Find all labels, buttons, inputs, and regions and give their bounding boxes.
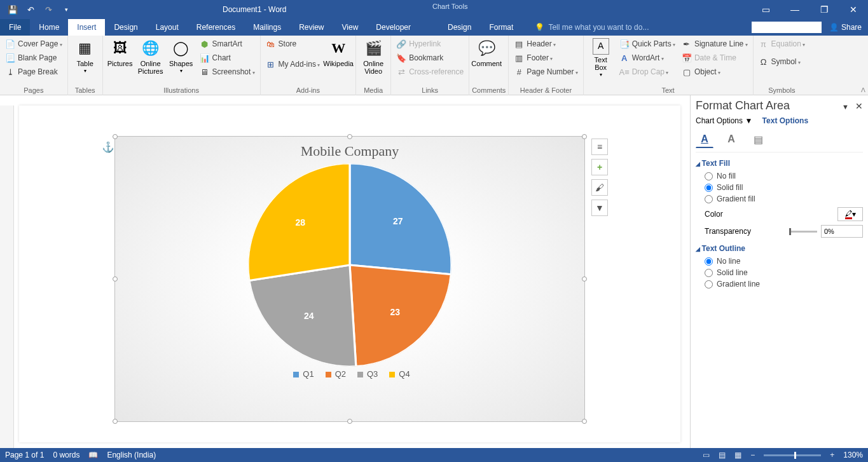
tab-insert[interactable]: Insert bbox=[68, 19, 105, 36]
tab-design[interactable]: Design bbox=[105, 19, 146, 36]
save-icon[interactable]: 💾 bbox=[5, 2, 20, 17]
symbol-button[interactable]: ΩSymbol bbox=[756, 55, 808, 69]
layout-options-button[interactable]: ≡ bbox=[591, 139, 608, 155]
pane-dropdown-icon[interactable]: ▼ bbox=[842, 103, 849, 111]
pie-chart[interactable]: 27232428 bbox=[248, 163, 451, 367]
text-fill-section[interactable]: Text Fill bbox=[696, 159, 863, 168]
table-button[interactable]: ▦Table▾ bbox=[71, 37, 100, 74]
zoom-in-button[interactable]: + bbox=[830, 451, 834, 459]
chart-filters-button[interactable]: ▼ bbox=[591, 200, 608, 216]
search-box[interactable] bbox=[752, 22, 822, 33]
zoom-level[interactable]: 130% bbox=[843, 451, 863, 459]
chart-area[interactable]: Mobile Company 27232428 Q1Q2Q3Q4 bbox=[114, 136, 585, 422]
tab-chart-format[interactable]: Format bbox=[480, 19, 522, 36]
my-addins-button[interactable]: ⊞My Add-ins bbox=[263, 57, 323, 71]
chart-elements-button[interactable]: + bbox=[591, 159, 608, 175]
tab-view[interactable]: View bbox=[333, 19, 368, 36]
hyperlink-button[interactable]: 🔗Hyperlink bbox=[394, 37, 466, 51]
tab-home[interactable]: Home bbox=[30, 19, 68, 36]
language-indicator[interactable]: English (India) bbox=[107, 451, 156, 459]
pictures-button[interactable]: 🖼Pictures bbox=[106, 37, 135, 79]
online-video-button[interactable]: 🎬Online Video bbox=[359, 37, 388, 75]
page-indicator[interactable]: Page 1 of 1 bbox=[5, 451, 44, 459]
chart-styles-button[interactable]: 🖌 bbox=[591, 179, 608, 196]
dropcap-button[interactable]: A≡Drop Cap bbox=[617, 65, 678, 79]
resize-handle[interactable] bbox=[113, 276, 118, 282]
solid-line-radio[interactable]: Solid line bbox=[705, 268, 863, 277]
tab-mailings[interactable]: Mailings bbox=[244, 19, 290, 36]
word-count[interactable]: 0 words bbox=[53, 451, 79, 459]
store-button[interactable]: 🛍Store bbox=[263, 37, 323, 51]
cross-reference-button[interactable]: ⇄Cross-reference bbox=[394, 65, 466, 79]
document-area[interactable]: ⚓ Mobile Company 27232428 Q1Q2Q3Q4 bbox=[14, 95, 690, 448]
tab-developer[interactable]: Developer bbox=[367, 19, 420, 36]
chart-button[interactable]: 📊Chart bbox=[197, 51, 258, 65]
legend-item[interactable]: Q1 bbox=[289, 369, 313, 379]
bookmark-button[interactable]: 🔖Bookmark bbox=[394, 51, 466, 65]
resize-handle[interactable] bbox=[582, 134, 587, 139]
equation-button[interactable]: πEquation bbox=[756, 37, 808, 51]
blank-page-button[interactable]: 📃Blank Page bbox=[3, 51, 65, 65]
read-mode-icon[interactable]: ▭ bbox=[703, 451, 710, 459]
page-break-button[interactable]: ⤓Page Break bbox=[3, 65, 65, 79]
qat-more-icon[interactable]: ▾ bbox=[59, 2, 74, 17]
quickparts-button[interactable]: 📑Quick Parts bbox=[617, 37, 678, 51]
transparency-input[interactable] bbox=[821, 225, 863, 238]
resize-handle[interactable] bbox=[582, 419, 587, 424]
textbox-button[interactable]: AText Box▾ bbox=[586, 37, 616, 79]
page-number-button[interactable]: #Page Number bbox=[511, 65, 580, 79]
tab-chart-design[interactable]: Design bbox=[439, 19, 480, 36]
legend-item[interactable]: Q3 bbox=[354, 369, 378, 379]
wordart-button[interactable]: AWordArt bbox=[617, 51, 678, 65]
restore-icon[interactable]: ❐ bbox=[809, 0, 839, 19]
smartart-button[interactable]: ⬢SmartArt bbox=[197, 37, 258, 51]
footer-button[interactable]: ▥Footer bbox=[511, 51, 580, 65]
no-fill-radio[interactable]: No fill bbox=[705, 172, 863, 180]
tell-me[interactable]: 💡Tell me what you want to do... bbox=[535, 19, 649, 36]
no-line-radio[interactable]: No line bbox=[705, 257, 863, 266]
tab-references[interactable]: References bbox=[188, 19, 244, 36]
anchor-icon[interactable]: ⚓ bbox=[102, 141, 114, 153]
ribbon-options-icon[interactable]: ▭ bbox=[751, 0, 780, 19]
datetime-button[interactable]: 📅Date & Time bbox=[679, 51, 750, 65]
chart-options-tab[interactable]: Chart Options ▼ bbox=[696, 116, 752, 125]
screenshot-button[interactable]: 🖥Screenshot bbox=[197, 65, 258, 79]
shapes-button[interactable]: ◯Shapes▾ bbox=[167, 37, 196, 79]
header-button[interactable]: ▤Header bbox=[511, 37, 580, 51]
wikipedia-button[interactable]: WWikipedia bbox=[324, 37, 353, 71]
close-icon[interactable]: ✕ bbox=[839, 0, 868, 19]
legend-item[interactable]: Q2 bbox=[322, 369, 346, 379]
text-outline-section[interactable]: Text Outline bbox=[696, 244, 863, 253]
cover-page-button[interactable]: 📄Cover Page bbox=[3, 37, 65, 51]
solid-fill-radio[interactable]: Solid fill bbox=[705, 183, 863, 192]
gradient-line-radio[interactable]: Gradient line bbox=[705, 280, 863, 289]
chart-title[interactable]: Mobile Company bbox=[115, 137, 584, 160]
redo-icon[interactable]: ↷ bbox=[41, 2, 56, 17]
resize-handle[interactable] bbox=[582, 276, 587, 282]
spellcheck-icon[interactable]: 📖 bbox=[88, 451, 98, 459]
print-layout-icon[interactable]: ▤ bbox=[719, 451, 726, 459]
text-options-tab[interactable]: Text Options bbox=[762, 116, 808, 125]
tab-layout[interactable]: Layout bbox=[147, 19, 188, 36]
textbox-props-icon[interactable]: ▤ bbox=[749, 130, 767, 148]
comment-button[interactable]: 💬Comment bbox=[472, 37, 501, 67]
legend-item[interactable]: Q4 bbox=[385, 369, 410, 379]
zoom-slider[interactable] bbox=[764, 454, 821, 456]
text-fill-outline-icon[interactable]: A bbox=[696, 130, 713, 148]
zoom-out-button[interactable]: − bbox=[750, 451, 755, 459]
color-picker-button[interactable]: 🖍 ▾ bbox=[837, 207, 863, 221]
online-pictures-button[interactable]: 🌐Online Pictures bbox=[136, 37, 165, 79]
collapse-ribbon-icon[interactable]: ᐱ bbox=[861, 86, 865, 93]
transparency-slider[interactable] bbox=[789, 231, 817, 233]
resize-handle[interactable] bbox=[113, 134, 118, 139]
minimize-icon[interactable]: — bbox=[780, 0, 809, 19]
tab-file[interactable]: File bbox=[0, 19, 30, 36]
share-button[interactable]: 👤Share bbox=[825, 23, 865, 32]
signature-button[interactable]: ✒Signature Line bbox=[679, 37, 750, 51]
resize-handle[interactable] bbox=[347, 134, 352, 139]
web-layout-icon[interactable]: ▦ bbox=[734, 451, 741, 459]
resize-handle[interactable] bbox=[347, 419, 352, 424]
object-button[interactable]: ▢Object bbox=[679, 65, 750, 79]
text-effects-icon[interactable]: A bbox=[722, 130, 740, 148]
pane-close-icon[interactable]: ✕ bbox=[855, 101, 863, 111]
